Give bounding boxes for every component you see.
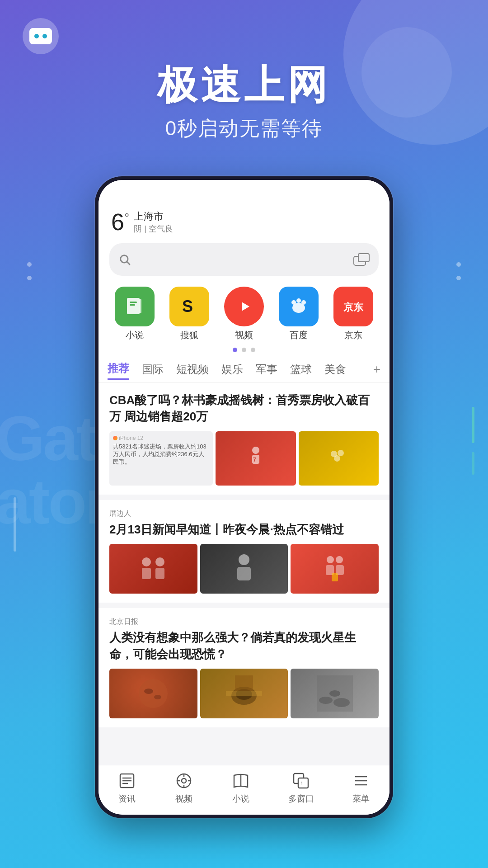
- person-icon: [230, 551, 258, 587]
- svg-text:1: 1: [300, 781, 303, 786]
- sohu-icon: S: [178, 295, 201, 318]
- news-title-mars: 人类没有想象中那么强大？倘若真的发现火星生命，可能会出现恐慌？: [109, 629, 379, 662]
- mars-planet-icon: [135, 675, 171, 712]
- tab-switcher-icon[interactable]: [353, 253, 370, 266]
- nav-item-menu[interactable]: 菜单: [351, 771, 371, 805]
- tab-food[interactable]: 美食: [324, 359, 346, 379]
- svg-point-39: [333, 698, 350, 707]
- svg-point-31: [144, 689, 153, 694]
- novel-icon: [123, 295, 146, 318]
- city-name: 上海市: [134, 210, 173, 223]
- app-label-novel: 小说: [126, 329, 144, 341]
- news-img-cba-text: iPhone 12 共5321名球迷进场，票房收入约103万人民币，人均总消费约…: [109, 431, 213, 486]
- app-label-baidu: 百度: [290, 329, 308, 341]
- app-item-video[interactable]: 视频: [224, 287, 264, 341]
- news-icon: [118, 772, 136, 790]
- svg-point-23: [239, 554, 249, 565]
- svg-rect-5: [139, 299, 141, 313]
- bg-dots-left: [27, 262, 32, 280]
- tab-international[interactable]: 国际: [142, 359, 164, 379]
- svg-point-17: [338, 450, 344, 456]
- tab-basketball[interactable]: 篮球: [290, 359, 312, 379]
- app-icons-row: 小说 S 搜狐: [99, 281, 389, 344]
- video-nav-icon: [174, 771, 194, 791]
- svg-rect-3: [130, 302, 137, 303]
- app-label-sohu: 搜狐: [180, 329, 198, 341]
- menu-nav-icon: [351, 771, 371, 791]
- weather-info: 上海市 阴 | 空气良: [134, 210, 173, 234]
- svg-rect-29: [332, 573, 338, 581]
- bg-bar-right-2: [472, 452, 474, 475]
- news-img-mars-3: [291, 669, 379, 718]
- news-card-mars[interactable]: 北京日报 人类没有想象中那么强大？倘若真的发现火星生命，可能会出现恐慌？: [99, 608, 389, 727]
- nav-label-novel: 小说: [232, 793, 249, 805]
- svg-point-10: [296, 298, 301, 303]
- app-item-jd[interactable]: 京东 京东: [333, 287, 373, 341]
- news-card-daily[interactable]: 厝边人 2月13日新闻早知道丨昨夜今晨·热点不容错过: [99, 500, 389, 603]
- svg-point-32: [154, 695, 161, 699]
- jd-icon: 京东: [341, 294, 366, 319]
- rock-surface-icon: [317, 675, 353, 712]
- temperature: 6°: [111, 210, 129, 234]
- svg-rect-22: [155, 568, 164, 579]
- nav-item-multiwindow[interactable]: 1 多窗口: [288, 771, 314, 805]
- svg-point-38: [319, 697, 333, 704]
- rescue-icon: [319, 551, 351, 587]
- dots-row: [99, 344, 389, 356]
- svg-point-26: [336, 556, 343, 563]
- tab-military[interactable]: 军事: [256, 359, 277, 379]
- search-bar[interactable]: [109, 243, 379, 276]
- robot-icon: [23, 18, 59, 54]
- headline-area: 极速上网 0秒启动无需等待: [0, 63, 488, 142]
- video-nav-svg-icon: [175, 772, 193, 790]
- news-img-cba-3: [299, 431, 379, 486]
- bg-bar-right: [472, 407, 474, 443]
- nav-label-multiwindow: 多窗口: [288, 793, 314, 805]
- leaders-icon: [137, 551, 169, 587]
- app-item-novel[interactable]: 小说: [115, 287, 155, 341]
- bg-dots-right: [456, 262, 461, 280]
- book-icon: [232, 772, 250, 790]
- nav-item-news[interactable]: 资讯: [117, 771, 137, 805]
- news-card-cba[interactable]: CBA酸了吗？林书豪成摇钱树：首秀票房收入破百万 周边销售超20万 iPhone…: [99, 383, 389, 495]
- nav-label-news: 资讯: [118, 793, 136, 805]
- nav-item-video[interactable]: 视频: [174, 771, 194, 805]
- crowd-icon: [325, 445, 352, 472]
- news-images-cba: iPhone 12 共5321名球迷进场，票房收入约103万人民币，人均总消费约…: [109, 431, 379, 486]
- app-item-sohu[interactable]: S 搜狐: [169, 287, 209, 341]
- tab-recommend[interactable]: 推荐: [108, 359, 129, 380]
- svg-point-11: [301, 300, 306, 305]
- nav-item-novel[interactable]: 小说: [231, 771, 251, 805]
- news-images-mars: [109, 669, 379, 718]
- svg-marker-7: [242, 302, 249, 311]
- svg-point-40: [329, 690, 340, 697]
- bottom-nav: 资讯 视频: [99, 765, 389, 815]
- svg-text:7: 7: [253, 457, 256, 463]
- tab-shortvideo[interactable]: 短视频: [176, 359, 209, 379]
- news-images-daily: [109, 544, 379, 594]
- app-item-baidu[interactable]: 百度: [279, 287, 319, 341]
- news-title-daily: 2月13日新闻早知道丨昨夜今晨·热点不容错过: [109, 521, 379, 538]
- search-icon: [118, 253, 131, 266]
- tab-entertainment[interactable]: 娱乐: [221, 359, 243, 379]
- news-img-daily-3: [291, 544, 379, 594]
- svg-point-0: [121, 255, 128, 263]
- news-img-mars-1: [109, 669, 197, 718]
- tab-add-icon[interactable]: +: [373, 362, 380, 377]
- app-icon-jd: 京东: [333, 287, 373, 326]
- app-label-jd: 京东: [344, 329, 362, 341]
- svg-text:S: S: [182, 297, 193, 316]
- svg-rect-4: [130, 304, 135, 306]
- novel-nav-icon: [231, 771, 251, 791]
- app-label-video: 视频: [235, 329, 253, 341]
- nav-label-video: 视频: [175, 793, 192, 805]
- dot-1: [233, 348, 237, 352]
- news-img-daily-1: [109, 544, 197, 594]
- menu-icon: [352, 772, 370, 790]
- svg-point-19: [142, 557, 151, 566]
- news-img-cba-2: 7: [216, 431, 296, 486]
- svg-rect-21: [142, 568, 151, 579]
- news-source-mars: 北京日报: [109, 617, 138, 627]
- multiwindow-nav-icon: 1: [291, 771, 311, 791]
- svg-point-9: [291, 300, 296, 305]
